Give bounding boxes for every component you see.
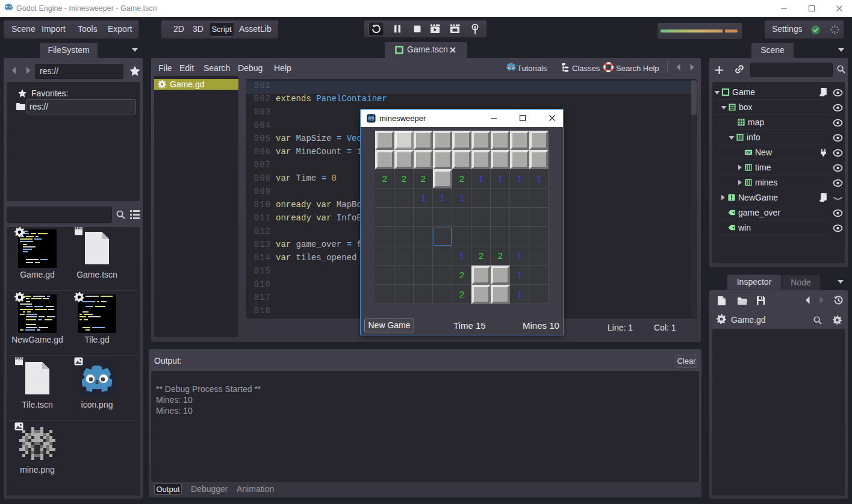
svg-text:OK: OK xyxy=(746,151,751,154)
